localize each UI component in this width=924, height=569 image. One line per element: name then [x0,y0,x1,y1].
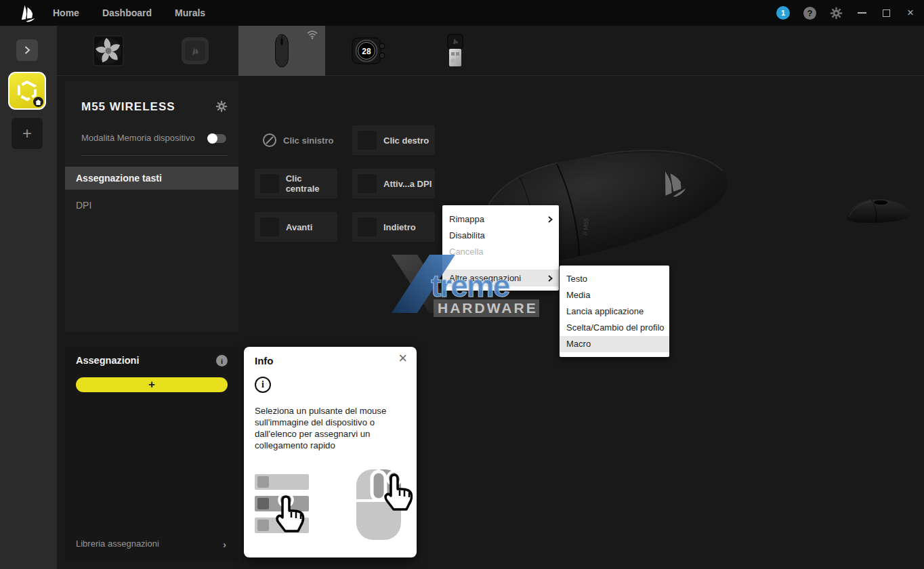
icue-window: Home Dashboard Murals 1 ? × [0,0,924,569]
other-assignments-submenu: Testo Media Lancia applicazione Scelta/C… [560,266,669,357]
help-icon[interactable]: ? [803,7,816,20]
submenu-item-macro[interactable]: Macro [560,336,669,352]
minimize-icon [858,12,866,14]
add-assignment-button[interactable]: + [76,377,228,392]
nav-dashboard[interactable]: Dashboard [102,7,152,18]
assignments-info-icon[interactable]: i [216,355,228,366]
button-label: Avanti [286,222,312,232]
menu-item-label: Altre assegnazioni [449,273,521,283]
pump-display-icon: 28 [350,35,387,67]
mouse-side-view-image [842,194,915,226]
chevron-right-icon [24,46,30,54]
button-label: Clic sinistro [283,135,333,146]
top-navigation: Home Dashboard Murals [53,0,205,26]
pump-temperature-value: 28 [362,47,371,56]
nav-murals[interactable]: Murals [175,7,205,18]
dialog-title: Info [255,355,274,366]
mouse-button-back[interactable]: Indietro [352,212,435,242]
assignment-placeholder-icon [358,131,377,150]
illustration-square [257,498,269,509]
mouse-button-right-click[interactable]: Clic destro [352,125,435,155]
menu-item-label: Macro [566,339,591,349]
menu-item-label: Testo [566,274,587,284]
toggle-knob [207,133,217,144]
minimize-button[interactable] [856,7,867,18]
notification-badge[interactable]: 1 [776,6,790,20]
watermark-subtext: HARDWARE [438,300,538,316]
tab-cooling-block-device[interactable] [152,26,238,76]
button-label: Clic destro [383,135,429,146]
panel-divider [81,155,228,156]
assignment-context-menu: Rimappa Disabilita Cancella Altre assegn… [442,205,559,291]
corsair-logo-icon [19,3,39,22]
mouse-device-icon [273,33,291,68]
assignments-panel: Assegnazioni i + Libreria assegnazioni › [65,347,238,562]
close-button[interactable]: × [905,7,916,18]
memory-mode-label: Modalità Memoria dispositivo [81,133,195,143]
hand-cursor-icon [271,492,309,534]
chevron-right-icon: › [223,539,226,550]
dialog-close-icon[interactable]: × [398,351,407,366]
maximize-icon [883,9,890,17]
maximize-button[interactable] [881,7,891,18]
usb-dongle-icon [445,33,465,68]
add-profile-button[interactable]: + [12,118,43,149]
sidebar-item-key-assignments[interactable]: Assegnazione tasti [65,167,238,190]
assignment-placeholder-icon [260,174,279,193]
device-tabs-row: 28 [57,26,924,76]
assignment-placeholder-icon [260,217,279,236]
wireless-signal-icon [306,30,318,39]
hand-cursor-icon [379,470,417,512]
submenu-item-launch-application[interactable]: Lancia applicazione [560,303,669,320]
active-profile-tile[interactable] [8,72,46,110]
menu-item-label: DPI [76,200,91,211]
device-settings-panel: M55 WIRELESS Modalità Memoria dispositiv… [65,81,238,332]
illustration-bar [255,474,309,490]
illustration-square [257,520,269,531]
menu-item-clear: Cancella [442,244,559,260]
default-profile-home-icon [33,97,43,107]
menu-item-other-assignments[interactable]: Altre assegnazioni [442,270,559,287]
dialog-body-text: Seleziona un pulsante del mouse sull'imm… [255,405,401,451]
illustration-square [257,476,269,488]
mouse-button-forward[interactable]: Avanti [255,212,337,242]
profile-sidebar: + [0,26,57,569]
menu-item-label: Lancia applicazione [566,306,644,316]
menu-item-label: Media [566,290,590,300]
submenu-item-media[interactable]: Media [560,287,669,303]
assignment-placeholder-icon [358,217,377,236]
mouse-button-dpi-toggle[interactable]: Attiv...a DPI [352,169,435,198]
memory-mode-toggle[interactable] [209,134,226,143]
button-label: Attiv...a DPI [383,179,432,189]
tab-usb-dongle-device[interactable] [412,26,499,76]
device-settings-gear-icon[interactable] [215,100,228,112]
nav-home[interactable]: Home [53,7,79,18]
menu-item-disable[interactable]: Disabilita [442,228,559,244]
menu-item-label: Cancella [449,247,484,257]
disabled-icon [263,133,276,147]
submenu-arrow-icon [548,216,553,223]
tab-mouse-device[interactable] [238,26,325,76]
menu-item-label: Assegnazione tasti [76,173,162,184]
button-label: Indietro [383,222,416,232]
mouse-button-left-click[interactable]: Clic sinistro [255,125,337,155]
settings-gear-icon[interactable] [830,7,843,20]
mouse-button-middle-click[interactable]: Clic centrale [255,169,337,198]
expand-sidebar-button[interactable] [16,39,38,61]
tab-pump-display-device[interactable]: 28 [325,26,412,76]
sidebar-item-dpi[interactable]: DPI [65,194,238,217]
menu-item-remap[interactable]: Rimappa [442,211,559,228]
topbar: Home Dashboard Murals 1 ? × [0,0,924,26]
info-dialog: Info × i Seleziona un pulsante del mouse… [244,347,417,557]
fan-icon [92,35,125,67]
assignment-placeholder-icon [358,174,377,193]
submenu-arrow-icon [548,275,553,282]
menu-item-label: Scelta/Cambio del profilo [566,322,665,333]
cooling-block-icon [180,35,211,66]
submenu-item-profile-switch[interactable]: Scelta/Cambio del profilo [560,320,669,336]
tab-fan-device[interactable] [65,26,152,76]
assignments-library-link[interactable]: Libreria assegnazioni [76,539,159,549]
menu-item-label: Disabilita [449,230,485,240]
menu-spacer [442,260,559,270]
submenu-item-text[interactable]: Testo [560,271,669,287]
